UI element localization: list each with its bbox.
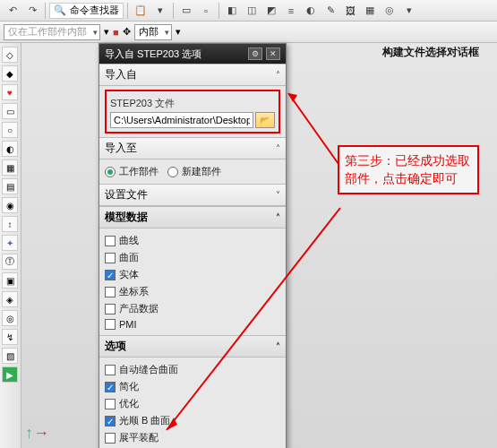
check-product-data[interactable]: 产品数据	[105, 300, 280, 317]
check-solid[interactable]: 实体	[105, 266, 280, 283]
note-icon[interactable]: ✎	[321, 2, 339, 20]
tool-icon[interactable]: ↯	[2, 329, 18, 345]
tool-icon[interactable]: ✦	[2, 235, 18, 251]
check-curve[interactable]: 曲线	[105, 232, 280, 249]
checkbox-icon	[105, 287, 116, 297]
capture-icon[interactable]: ◎	[381, 2, 398, 20]
check-smooth-b[interactable]: 光顺 B 曲面	[105, 412, 280, 429]
command-finder[interactable]: 🔍 命令查找器	[49, 3, 124, 19]
check-pmi[interactable]: PMI	[105, 317, 280, 332]
section-icon[interactable]: ◐	[302, 2, 320, 20]
checkbox-icon	[105, 365, 116, 375]
import-step203-dialog: 导入自 STEP203 选项 ⚙ ✕ 导入自 ˄ STEP203 文件 📂 导入…	[99, 43, 287, 448]
dialog-titlebar[interactable]: 导入自 STEP203 选项 ⚙ ✕	[99, 44, 286, 64]
tool-icon[interactable]: ▦	[2, 159, 18, 176]
check-simplify[interactable]: 简化	[105, 378, 280, 395]
file-highlight-box: STEP203 文件 📂	[105, 90, 280, 134]
check-surface[interactable]: 曲面	[105, 249, 280, 266]
location-dropdown[interactable]: 内部	[134, 24, 172, 40]
section-model-data[interactable]: 模型数据 ˄	[99, 206, 286, 228]
toolbar-divider	[173, 3, 174, 19]
instruction-callout: 第三步：已经成功选取部件，点击确定即可	[338, 145, 479, 194]
tool-icon[interactable]: ◈	[2, 291, 18, 307]
section-import-from[interactable]: 导入自 ˄	[99, 64, 286, 86]
section-label: 模型数据	[105, 210, 148, 225]
location-dropdown-label: 内部	[139, 25, 159, 39]
section-settings-file[interactable]: 设置文件 ˅	[99, 184, 286, 206]
tool-icon[interactable]: ◇	[2, 47, 18, 63]
check-autostitch[interactable]: 自动缝合曲面	[105, 361, 280, 378]
dropdown-icon[interactable]: ▾	[151, 2, 169, 20]
scope-dropdown[interactable]: 仅在工作部件内部	[4, 24, 100, 40]
check-csys[interactable]: 坐标系	[105, 283, 280, 300]
section-label: 选项	[105, 339, 126, 354]
page-title: 构建文件选择对话框	[382, 45, 479, 60]
clipboard-icon[interactable]: 📋	[132, 2, 150, 20]
section-options[interactable]: 选项 ˄	[99, 335, 286, 358]
tool-icon[interactable]: ◉	[2, 197, 18, 213]
scope-dropdown-label: 仅在工作部件内部	[8, 25, 87, 39]
left-tool-palette: ◇ ◆ ♥ ▭ ○ ◐ ▦ ▤ ◉ ↕ ✦ Ⓣ ▣ ◈ ◎ ↯ ▧ ▶	[0, 43, 21, 448]
tool-icon[interactable]: ▶	[2, 366, 18, 383]
tool-icon[interactable]: ◐	[2, 141, 18, 157]
image-icon[interactable]: 🖼	[341, 2, 359, 20]
radio-label: 新建部件	[182, 165, 221, 178]
check-label: 展平装配	[119, 431, 159, 444]
tool-icon[interactable]: ▣	[2, 272, 18, 289]
chevron-up-icon: ˄	[276, 143, 280, 153]
check-flatten[interactable]: 展平装配	[105, 429, 280, 446]
more-icon[interactable]: ▾	[400, 2, 418, 20]
check-label: 自动缝合曲面	[119, 363, 178, 376]
radio-work-part[interactable]: 工作部件	[105, 165, 159, 178]
tool-icon[interactable]: ▧	[2, 348, 18, 364]
file-path-input[interactable]	[110, 112, 253, 128]
checkbox-icon	[105, 304, 116, 314]
checkbox-icon	[105, 253, 116, 263]
box-icon[interactable]: ▫	[197, 2, 215, 20]
browse-button[interactable]: 📂	[255, 112, 275, 128]
redo-icon[interactable]: ↷	[23, 2, 41, 20]
section-import-to[interactable]: 导入至 ˄	[99, 137, 286, 159]
checkbox-icon	[105, 270, 116, 280]
dialog-title: 导入自 STEP203 选项	[105, 47, 244, 61]
render-icon[interactable]: ◩	[262, 2, 280, 20]
check-optimize[interactable]: 优化	[105, 395, 280, 412]
check-label: 曲线	[119, 234, 139, 247]
filter2-icon[interactable]: ▾	[176, 26, 181, 38]
undo-icon[interactable]: ↶	[4, 2, 21, 20]
tool-icon[interactable]: ♥	[2, 84, 18, 100]
close-icon[interactable]: ✕	[266, 47, 280, 60]
radio-new-part[interactable]: 新建部件	[167, 165, 221, 178]
pick-icon[interactable]: ✥	[123, 26, 131, 38]
tool-icon[interactable]: ↕	[2, 216, 18, 232]
tool-icon[interactable]: ▤	[2, 178, 18, 194]
toolbar-divider	[127, 3, 128, 19]
tool-icon[interactable]: ◆	[2, 65, 18, 82]
pin-icon[interactable]: ⚙	[248, 47, 262, 60]
check-label: 优化	[119, 397, 139, 410]
section-label: 导入至	[105, 141, 137, 156]
command-finder-label: 命令查找器	[70, 4, 119, 17]
check-label: 简化	[119, 380, 139, 393]
chevron-up-icon: ˄	[276, 212, 280, 222]
check-label: 光顺 B 曲面	[119, 414, 170, 427]
select-icon[interactable]: ▭	[177, 2, 195, 20]
filter-icon[interactable]: ▾	[104, 26, 109, 38]
layers-icon[interactable]: ≡	[282, 2, 300, 20]
tool-icon[interactable]: ▭	[2, 103, 18, 119]
axis-gizmo: ↑→	[25, 424, 49, 443]
check-label: PMI	[119, 319, 137, 330]
chevron-up-icon: ˄	[276, 341, 280, 351]
radio-icon	[167, 167, 178, 177]
grid-icon[interactable]: ▦	[361, 2, 379, 20]
radio-icon	[105, 167, 116, 177]
tool-icon[interactable]: ◎	[2, 310, 18, 326]
view-icon[interactable]: ◫	[243, 2, 261, 20]
cube-icon[interactable]: ◧	[223, 2, 241, 20]
color-filter-icon[interactable]: ■	[113, 27, 119, 38]
tool-icon[interactable]: ○	[2, 122, 18, 138]
check-label: 实体	[119, 268, 139, 281]
section-label: 导入自	[105, 67, 137, 82]
tool-icon[interactable]: Ⓣ	[2, 254, 18, 270]
checkbox-icon	[105, 382, 116, 392]
